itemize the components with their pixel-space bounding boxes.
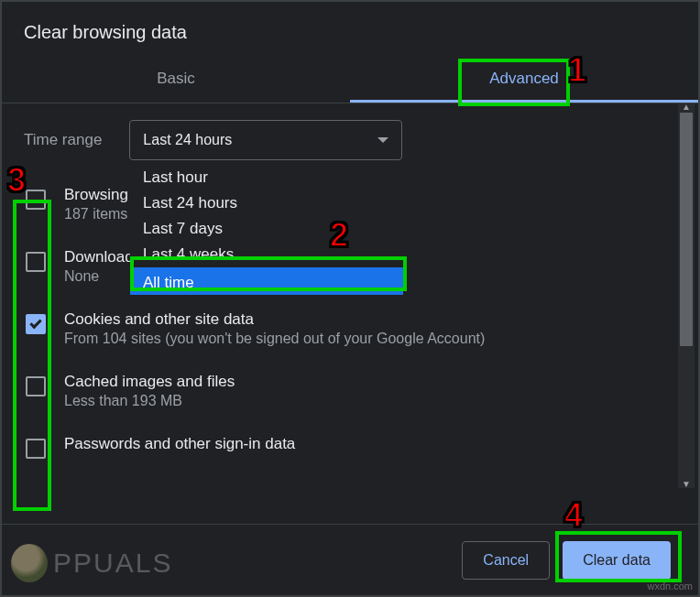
- scroll-up-icon[interactable]: ▲: [682, 102, 691, 111]
- item-label: Passwords and other sign-in data: [64, 435, 295, 453]
- list-item[interactable]: Cached images and files Less than 193 MB: [20, 373, 671, 417]
- watermark-logo-icon: [11, 544, 48, 582]
- time-range-label: Time range: [24, 131, 102, 149]
- clear-data-button[interactable]: Clear data: [563, 541, 671, 580]
- tab-bar: Basic Advanced: [2, 57, 698, 103]
- dropdown-option[interactable]: Last 7 days: [130, 216, 403, 242]
- dialog-header: Clear browsing data: [2, 2, 698, 57]
- time-range-row: Time range Last 24 hours: [20, 120, 689, 160]
- dropdown-option-highlighted[interactable]: All time: [130, 267, 403, 295]
- scroll-down-icon[interactable]: ▼: [682, 479, 691, 488]
- list-item[interactable]: Cookies and other site data From 104 sit…: [20, 310, 671, 354]
- check-icon: [29, 317, 41, 329]
- scrollbar-thumb[interactable]: [680, 113, 693, 346]
- item-desc: Less than 193 MB: [64, 393, 235, 409]
- cancel-button[interactable]: Cancel: [462, 541, 550, 580]
- time-range-dropdown[interactable]: Last hour Last 24 hours Last 7 days Last…: [130, 165, 403, 295]
- dialog-title: Clear browsing data: [24, 22, 676, 43]
- dropdown-option[interactable]: Last 4 weeks: [130, 242, 403, 267]
- checkbox-browsing-history[interactable]: [26, 190, 46, 210]
- tab-basic[interactable]: Basic: [2, 57, 350, 103]
- watermark: PPUALS: [11, 544, 172, 582]
- watermark-text: PPUALS: [53, 548, 172, 579]
- checkbox-passwords[interactable]: [26, 439, 46, 459]
- dialog-content: ▲ ▼ Time range Last 24 hours Browsing hi…: [2, 103, 698, 493]
- list-item[interactable]: Passwords and other sign-in data: [20, 435, 671, 479]
- time-range-select[interactable]: Last 24 hours: [129, 120, 402, 160]
- tab-advanced[interactable]: Advanced: [350, 57, 698, 103]
- checkbox-download-history[interactable]: [26, 252, 46, 272]
- select-value: Last 24 hours: [143, 132, 232, 148]
- dropdown-option[interactable]: Last hour: [130, 165, 403, 190]
- chevron-down-icon: [377, 137, 388, 143]
- scrollbar[interactable]: ▲ ▼: [678, 103, 695, 488]
- item-label: Cookies and other site data: [64, 310, 485, 329]
- checkbox-cached[interactable]: [26, 376, 46, 396]
- item-desc: From 104 sites (you won't be signed out …: [64, 331, 485, 347]
- corner-watermark: wxdn.com: [647, 581, 693, 592]
- checkbox-cookies[interactable]: [26, 314, 46, 334]
- dropdown-option[interactable]: Last 24 hours: [130, 190, 403, 216]
- item-label: Cached images and files: [64, 373, 235, 391]
